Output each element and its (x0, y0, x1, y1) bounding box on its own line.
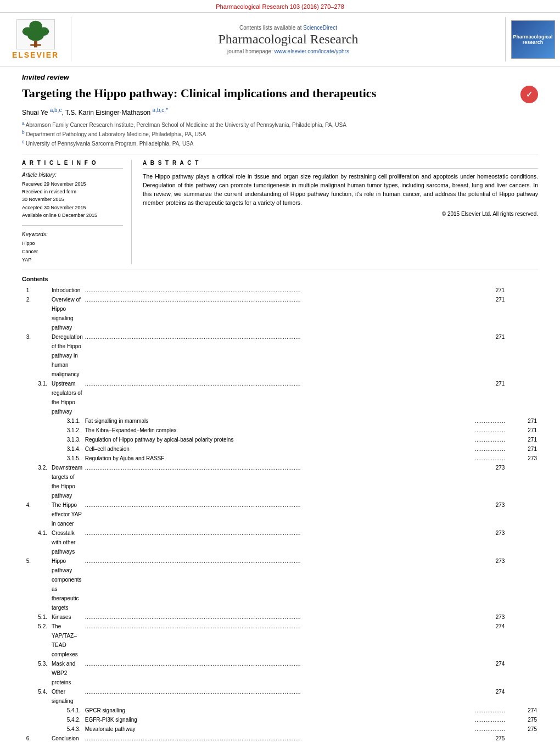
toc-label: Cell–cell adhesion (84, 444, 474, 454)
toc-row: 5.2.The YAP/TAZ–TEAD complexes..........… (22, 622, 538, 659)
crossmark-icon: ✓ (520, 86, 538, 103)
toc-row: 5.3.Mask and WBP2 proteins..............… (22, 659, 538, 687)
toc-page: 275 (506, 715, 538, 724)
copyright-notice: © 2015 Elsevier Ltd. All rights reserved… (143, 210, 538, 219)
toc-page: 274 (474, 622, 506, 659)
toc-dots: ........................................… (474, 435, 506, 444)
toc-dots: ........................................… (84, 687, 474, 706)
divider-1 (22, 154, 538, 154)
article-info-abstract-row: A R T I C L E I N F O Article history: R… (22, 160, 538, 265)
journal-reference: Pharmacological Research 103 (2016) 270–… (216, 3, 344, 10)
toc-dots: ........................................… (474, 454, 506, 463)
toc-table: 1.Introduction..........................… (22, 286, 538, 742)
elsevier-logo-area: ELSEVIER (0, 17, 71, 62)
journal-logo-text2: research (523, 40, 544, 45)
toc-num: 6. (22, 734, 34, 742)
toc-dots: ........................................… (84, 659, 474, 687)
keyword-cancer: Cancer (22, 248, 123, 256)
toc-row: 6.Conclusion and future challenges......… (22, 734, 538, 742)
toc-page: 271 (506, 426, 538, 435)
toc-dots: ........................................… (84, 295, 474, 332)
article-info-panel: A R T I C L E I N F O Article history: R… (22, 160, 132, 265)
toc-dots: ........................................… (84, 463, 474, 500)
toc-dots: ........................................… (474, 426, 506, 435)
toc-num: 2. (22, 295, 34, 332)
toc-dots: ........................................… (84, 500, 474, 528)
sciencedirect-link[interactable]: ScienceDirect (303, 25, 337, 31)
toc-row: 5.4.1.GPCR signalling...................… (22, 706, 538, 715)
toc-num: 5. (22, 556, 34, 612)
divider-ai (22, 225, 123, 226)
elsevier-logo: ELSEVIER (12, 19, 59, 59)
journal-logo-box: Pharmacological research (511, 20, 555, 59)
toc-label: Crosstalk with other pathways (51, 528, 84, 556)
toc-label: Introduction (51, 286, 84, 295)
toc-row: 3.2.Downstream targets of the Hippo path… (22, 463, 538, 500)
toc-label: Regulation of Hippo pathway by apical-ba… (84, 435, 474, 444)
toc-subsub-num: 5.4.3. (51, 724, 84, 734)
article-type: Invited review (22, 73, 538, 81)
toc-dots: ........................................… (474, 706, 506, 715)
toc-label: Downstream targets of the Hippo pathway (51, 463, 84, 500)
toc-num: 4. (22, 500, 34, 528)
toc-row: 3.1.Upstream regulators of the Hippo pat… (22, 379, 538, 416)
homepage-url[interactable]: www.elsevier.com/locate/yphrs (275, 48, 349, 54)
svg-point-4 (27, 30, 43, 41)
toc-dots: ........................................… (84, 612, 474, 622)
toc-page: 275 (474, 734, 506, 742)
toc-label: GPCR signalling (84, 706, 474, 715)
toc-sub-num: 4.1. (34, 528, 51, 556)
homepage-line: journal homepage: www.elsevier.com/locat… (227, 48, 349, 54)
journal-title: Pharmacological Research (218, 32, 358, 47)
authors-line: Shuai Ye a,b,c, T.S. Karin Eisinger-Math… (22, 107, 538, 116)
toc-row: 3.1.4.Cell–cell adhesion................… (22, 444, 538, 454)
toc-page: 273 (474, 612, 506, 622)
toc-label: Upstream regulators of the Hippo pathway (51, 379, 84, 416)
toc-page: 274 (474, 687, 506, 706)
contents-available-line: Contents lists available at ScienceDirec… (239, 25, 337, 31)
toc-page: 274 (506, 706, 538, 715)
history-item-4: Accepted 30 November 2015 (22, 204, 123, 211)
toc-page: 273 (474, 500, 506, 528)
toc-subsub-num: 3.1.2. (51, 426, 84, 435)
abstract-title: A B S T R A C T (143, 160, 538, 169)
toc-dots: ........................................… (84, 622, 474, 659)
toc-dots: ........................................… (474, 444, 506, 454)
keywords-title: Keywords: (22, 231, 123, 237)
history-item-5: Available online 8 December 2015 (22, 211, 123, 219)
toc-row: 4.1.Crosstalk with other pathways.......… (22, 528, 538, 556)
history-item-1: Received 29 November 2015 (22, 180, 123, 188)
toc-label: Regulation by Ajuba and RASSF (84, 454, 474, 463)
keyword-yap: YAP (22, 256, 123, 264)
affiliation-b: b Department of Pathology and Laboratory… (22, 129, 538, 138)
toc-label: The Kibra–Expanded–Merlin complex (84, 426, 474, 435)
toc-subsub-num: 3.1.5. (51, 454, 84, 463)
toc-row: 1.Introduction..........................… (22, 286, 538, 295)
toc-page: 273 (474, 463, 506, 500)
toc-page: 274 (474, 659, 506, 687)
toc-num: 3. (22, 332, 34, 379)
toc-page: 273 (506, 454, 538, 463)
author-mathason: T.S. Karin Eisinger-Mathason a,b,c,* (65, 109, 168, 116)
article-info-title: A R T I C L E I N F O (22, 160, 123, 169)
svg-rect-6 (30, 44, 41, 46)
history-item-3: 30 November 2015 (22, 196, 123, 203)
article-history-title: Article history: (22, 172, 123, 178)
toc-row: 3.1.3.Regulation of Hippo pathway by api… (22, 435, 538, 444)
toc-row: 5.4.2.EGFR-PI3K signaling...............… (22, 715, 538, 724)
toc-label: Overview of Hippo signaling pathway (51, 295, 84, 332)
toc-row: 2.Overview of Hippo signaling pathway...… (22, 295, 538, 332)
toc-sub-num: 5.2. (34, 622, 51, 659)
toc-num: 1. (22, 286, 34, 295)
keywords: Hippo Cancer YAP (22, 239, 123, 265)
toc-dots: ........................................… (474, 715, 506, 724)
toc-label: Hippo pathway components as therapeutic … (51, 556, 84, 612)
toc-dots: ........................................… (84, 734, 474, 742)
abstract-panel: A B S T R A C T The Hippo pathway plays … (143, 160, 538, 265)
article-history: Received 29 November 2015 Received in re… (22, 180, 123, 220)
toc-label: Conclusion and future challenges (51, 734, 84, 742)
toc-row: 3.1.1.Fat signalling in mammals.........… (22, 416, 538, 426)
toc-page: 275 (506, 724, 538, 734)
affiliations: a Abramson Family Cancer Research Instit… (22, 120, 538, 148)
toc-page: 271 (506, 444, 538, 454)
